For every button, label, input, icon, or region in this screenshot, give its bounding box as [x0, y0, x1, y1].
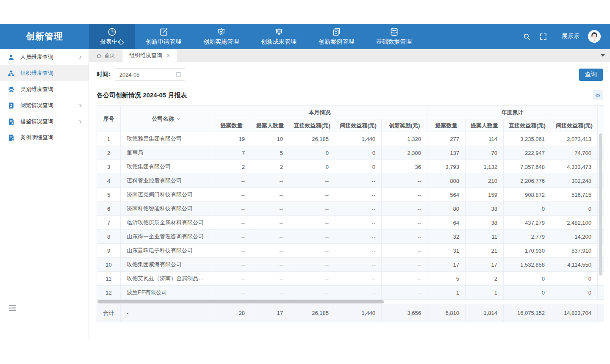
topnav-item-edit[interactable]: 创新申请管理: [135, 24, 192, 49]
tab-active[interactable]: 组织维度查询: [122, 49, 177, 62]
cell-year-2: 2,206,776: [504, 174, 551, 188]
topnav-item-board-bars[interactable]: 创新成果管理: [250, 24, 308, 49]
cell-month-2: --: [289, 188, 335, 202]
topnav-item-board-line[interactable]: 创新实施管理: [192, 24, 250, 49]
cell-month-0: 2: [212, 160, 251, 174]
sub-header-year-2: 直接效益额(元): [504, 119, 551, 132]
cell-year-1: 2: [466, 272, 504, 286]
cell-month-4: --: [382, 174, 427, 188]
table-row: 7临沂玫德庚辰金属材料有限公司----------6438437,2792,48…: [97, 216, 604, 230]
table-body: 1玫德雅昌集团有限公司191026,1851,4401,3202771143,2…: [97, 132, 604, 300]
cell-year-2: 0: [504, 202, 551, 216]
query-button[interactable]: 查询: [579, 69, 603, 81]
horizontal-scrollbar-thumb[interactable]: [97, 300, 384, 303]
cell-year-2: 170,930: [504, 244, 551, 258]
tab-list-dropdown-icon[interactable]: [601, 54, 605, 57]
report-title-row: 各公司创新情况 2024-05 月报表: [97, 90, 603, 100]
filter-row: 时间: 查询: [97, 68, 603, 81]
cell-year-0: 808: [427, 174, 466, 188]
cell-month-2: --: [289, 202, 335, 216]
cell-year-0: 31: [427, 244, 466, 258]
topnav-item-label: 创新申请管理: [146, 38, 181, 46]
cell-month-0: --: [212, 286, 251, 300]
total-row: 合计-281726,1851,4403,6565,8101,81416,075,…: [97, 304, 604, 322]
close-icon[interactable]: [166, 52, 170, 58]
sidebar-item-label: 人员维度查询: [20, 53, 72, 61]
sidebar-item-layers[interactable]: 类别维度查询: [0, 81, 89, 97]
cell-month-2: --: [289, 272, 335, 286]
cell-month-4: --: [382, 286, 427, 300]
search-icon[interactable]: [523, 33, 531, 41]
cell-month-2: --: [289, 174, 335, 188]
tab-home[interactable]: 首页: [89, 49, 122, 62]
cell-month-4: --: [382, 272, 427, 286]
sidebar-item-org-chart[interactable]: 组织维度查询: [0, 65, 89, 81]
cell-seq: 12: [97, 286, 121, 300]
total-month-1: 17: [251, 304, 289, 322]
app-title: 创新管理: [0, 24, 89, 49]
cell-year-0: 17: [427, 258, 466, 272]
cell-month-1: --: [251, 230, 289, 244]
cell-month-0: --: [212, 272, 251, 286]
topnav-item-pie-chart[interactable]: 报表中心: [89, 24, 135, 49]
cell-month-4: 2,300: [382, 146, 427, 160]
cell-month-4: --: [382, 216, 427, 230]
cell-year-0: 1: [427, 286, 466, 300]
cell-company: 济南迈克阀门科技有限公司: [121, 188, 212, 202]
cell-month-1: --: [251, 216, 289, 230]
cell-year-3: 837,910: [551, 244, 598, 258]
total-body: 合计-281726,1851,4403,6565,8101,81416,075,…: [97, 304, 604, 322]
avatar[interactable]: [588, 30, 601, 43]
cell-month-0: 7: [212, 146, 251, 160]
cell-seq: 9: [97, 244, 121, 258]
sub-header-month-2: 直接效益额(元): [289, 119, 335, 132]
cell-company: 山东得一企业管理咨询有限公司: [121, 230, 212, 244]
cell-year-3: 516,715: [551, 188, 598, 202]
topnav-item-label: 基础数据管理: [376, 38, 412, 46]
cell-month-0: --: [212, 230, 251, 244]
sidebar-item-person[interactable]: 人员维度查询: [0, 49, 89, 65]
table-settings-gear-icon[interactable]: [593, 90, 603, 100]
topnav-item-label: 报表中心: [100, 38, 124, 46]
cell-year-3: 74,700: [551, 146, 598, 160]
user-name[interactable]: 展乐乐: [562, 33, 580, 40]
chevron-right-icon: [78, 55, 83, 60]
cell-company: 玫德集团威海有限公司: [121, 258, 212, 272]
cell-month-3: --: [335, 272, 382, 286]
cell-year-3: 302,248: [551, 174, 598, 188]
time-input[interactable]: [115, 68, 185, 81]
cell-seq: 10: [97, 258, 121, 272]
cell-year-1: 159: [466, 188, 504, 202]
topnav-item-database[interactable]: 基础数据管理: [365, 24, 423, 49]
sidebar-item-badge-person[interactable]: 浏览情况查询: [0, 97, 89, 113]
cell-company: 济南科德智能科技有限公司: [121, 202, 212, 216]
fullscreen-icon[interactable]: [539, 33, 547, 41]
cell-month-1: --: [251, 174, 289, 188]
horizontal-scrollbar: [97, 300, 604, 304]
cell-month-1: --: [251, 188, 289, 202]
company-sort-caret-icon[interactable]: [176, 116, 181, 121]
org-chart-icon: [8, 70, 15, 77]
sidebar-item-label: 类别维度查询: [20, 85, 83, 93]
topnav-item-documents[interactable]: 创新案例管理: [308, 24, 365, 49]
table-row: 12波兰EE有限公司----------1100: [97, 286, 604, 300]
topnav-item-label: 创新成果管理: [261, 38, 297, 46]
sub-header-month-3: 间接效益额(元): [335, 119, 382, 132]
cell-seq: 11: [97, 272, 121, 286]
vertical-scrollbar-thumb[interactable]: [599, 133, 602, 276]
collapse-sidebar-icon[interactable]: [8, 305, 16, 313]
cell-month-2: --: [289, 244, 335, 258]
cell-year-2: 7,357,648: [504, 160, 551, 174]
sidebar-item-label: 浏览情况查询: [20, 102, 72, 109]
cell-year-3: 0: [551, 202, 598, 216]
cell-month-4: --: [382, 188, 427, 202]
sidebar-item-doc-person[interactable]: 案例明细查询: [0, 130, 89, 146]
cell-seq: 3: [97, 160, 121, 174]
table-row: 6济南科德智能科技有限公司----------803800: [97, 202, 604, 216]
cell-year-0: 564: [427, 188, 466, 202]
header-group-year: 年度累计: [427, 106, 598, 119]
cell-seq: 4: [97, 174, 121, 188]
cell-month-3: 1,440: [335, 132, 382, 146]
cell-year-1: 38: [466, 216, 504, 230]
sidebar-item-doc-star[interactable]: 借鉴情况查询: [0, 113, 89, 130]
